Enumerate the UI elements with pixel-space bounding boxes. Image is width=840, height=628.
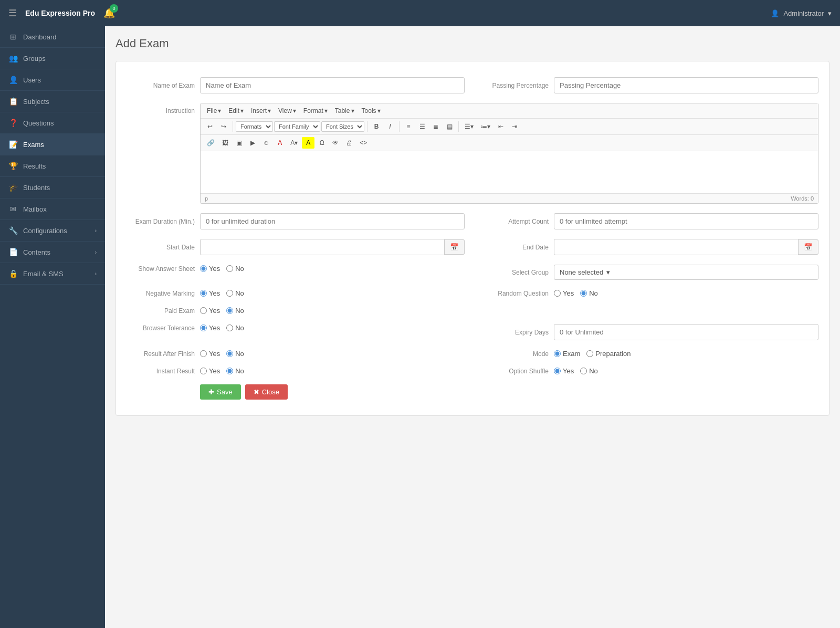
start-date-input[interactable] [200,239,445,255]
option-shuffle-no[interactable]: No [580,367,598,375]
rte-special-char-btn[interactable]: Ω [316,137,328,149]
rte-emoji-btn[interactable]: ☺ [260,137,272,149]
expiry-days-input[interactable] [554,324,818,340]
start-date-calendar-btn[interactable]: 📅 [445,239,465,255]
rte-justify-btn[interactable]: ▤ [443,121,456,132]
instant-result-no[interactable]: No [226,367,244,375]
save-button[interactable]: ✚ Save [200,384,241,400]
negative-marking-no[interactable]: No [226,289,244,297]
rte-media-btn[interactable]: ▣ [233,137,245,149]
rte-bold-btn[interactable]: B [370,121,383,132]
field-select-group: Select Group None selected ▾ [480,265,818,280]
rte-align-left-btn[interactable]: ≡ [402,121,415,132]
sidebar-item-questions[interactable]: ❓ Questions [0,112,105,134]
row-dates: Start Date 📅 End Date 📅 [127,239,818,255]
rte-italic-btn[interactable]: I [384,121,396,132]
paid-exam-yes[interactable]: Yes [200,307,220,315]
rte-undo-btn[interactable]: ↩ [204,121,216,132]
rte-color-btn[interactable]: A [274,137,286,149]
rte-highlight-btn[interactable]: A [302,137,314,149]
rte-font-color-btn[interactable]: A▾ [287,137,301,149]
sidebar-item-configurations[interactable]: 🔧 Configurations › [0,220,105,242]
result-after-finish-label: Result After Finish [127,350,195,358]
sidebar-item-students[interactable]: 🎓 Students [0,177,105,198]
rte-view-menu[interactable]: View ▾ [275,106,299,116]
rte-code-btn[interactable]: <> [356,137,370,149]
paid-exam-no[interactable]: No [226,307,244,315]
mode-exam[interactable]: Exam [554,350,580,358]
sidebar-item-exams[interactable]: 📝 Exams [0,134,105,155]
sidebar-item-mailbox[interactable]: ✉ Mailbox [0,198,105,220]
rte-file-menu[interactable]: File ▾ [204,106,224,116]
show-answer-sheet-yes[interactable]: Yes [200,265,220,273]
rte-video-btn[interactable]: ▶ [246,137,259,149]
rte-redo-btn[interactable]: ↪ [217,121,230,132]
rte-outdent-btn[interactable]: ⇤ [495,121,507,132]
mode-label: Mode [480,350,549,358]
mode-radio-group: Exam Preparation [554,350,818,358]
end-date-calendar-btn[interactable]: 📅 [799,239,818,255]
result-after-finish-yes[interactable]: Yes [200,350,220,358]
notification-button[interactable]: 🔔 0 [103,7,115,19]
rte-list-ul-btn[interactable]: ☰▾ [461,121,477,132]
rte-list-ol-btn[interactable]: ≔▾ [478,121,494,132]
sidebar-label-groups: Groups [23,55,46,62]
mode-preparation[interactable]: Preparation [586,350,631,358]
show-answer-sheet-no[interactable]: No [226,265,244,273]
rte-image-btn[interactable]: 🖼 [219,137,232,149]
row-paid-exam: Paid Exam Yes No [127,307,818,315]
sidebar-item-groups[interactable]: 👥 Groups [0,48,105,69]
rte-insert-menu[interactable]: Insert ▾ [248,106,274,116]
random-question-no[interactable]: No [580,289,598,297]
sidebar-item-dashboard[interactable]: ⊞ Dashboard [0,26,105,48]
exam-duration-input[interactable] [200,213,465,229]
instant-result-yes[interactable]: Yes [200,367,220,375]
instant-result-label: Instant Result [127,368,195,375]
end-date-input[interactable] [554,239,799,255]
hamburger-icon[interactable]: ☰ [8,7,17,19]
sidebar: ⊞ Dashboard 👥 Groups 👤 Users 📋 Subjects … [0,26,105,628]
rte-tools-menu[interactable]: Tools ▾ [359,106,384,116]
sidebar-item-contents[interactable]: 📄 Contents › [0,242,105,263]
option-shuffle-radio-group: Yes No [554,367,818,375]
rte-indent-btn[interactable]: ⇥ [508,121,521,132]
rte-align-right-btn[interactable]: ≣ [429,121,442,132]
select-group-dropdown[interactable]: None selected ▾ [554,265,818,280]
attempt-count-input[interactable] [554,213,818,229]
users-icon: 👤 [8,76,18,84]
name-of-exam-input[interactable] [200,77,465,93]
option-shuffle-yes[interactable]: Yes [554,367,574,375]
row-name-passing: Name of Exam Passing Percentage [127,77,818,93]
close-button[interactable]: ✖ Close [245,384,288,400]
rte-align-center-btn[interactable]: ☰ [416,121,428,132]
sidebar-item-users[interactable]: 👤 Users [0,69,105,91]
rte-link-btn[interactable]: 🔗 [204,137,218,149]
rte-toolbar-2: 🔗 🖼 ▣ ▶ ☺ A A▾ A Ω 👁 🖨 [201,135,818,151]
rte-format-menu[interactable]: Format ▾ [300,106,331,116]
rte-body[interactable] [201,151,818,193]
rte-font-family-select[interactable]: Font Family [274,121,320,132]
rte-table-menu[interactable]: Table ▾ [332,106,358,116]
start-date-label: Start Date [127,244,195,251]
sidebar-label-exams: Exams [23,141,44,149]
passing-percentage-input[interactable] [554,77,818,93]
sidebar-item-results[interactable]: 🏆 Results [0,155,105,177]
negative-marking-yes[interactable]: Yes [200,289,220,297]
rte-formats-select[interactable]: Formats [236,121,273,132]
browser-tolerance-no[interactable]: No [226,324,244,332]
questions-icon: ❓ [8,119,18,127]
sidebar-item-email-sms[interactable]: 🔒 Email & SMS › [0,263,105,285]
end-date-label: End Date [480,244,549,251]
rte-edit-menu[interactable]: Edit ▾ [225,106,247,116]
admin-menu[interactable]: Administrator [783,9,824,17]
rte-preview-btn[interactable]: 👁 [329,137,342,149]
browser-tolerance-yes[interactable]: Yes [200,324,220,332]
sidebar-item-subjects[interactable]: 📋 Subjects [0,91,105,112]
rte-print-btn[interactable]: 🖨 [343,137,355,149]
random-question-yes[interactable]: Yes [554,289,574,297]
mailbox-icon: ✉ [8,205,18,213]
row-answer-sheet-group: Show Answer Sheet Yes No Selec [127,265,818,280]
rte-font-sizes-select[interactable]: Font Sizes [321,121,364,132]
result-after-finish-no[interactable]: No [226,350,244,358]
sidebar-label-configurations: Configurations [23,227,67,235]
